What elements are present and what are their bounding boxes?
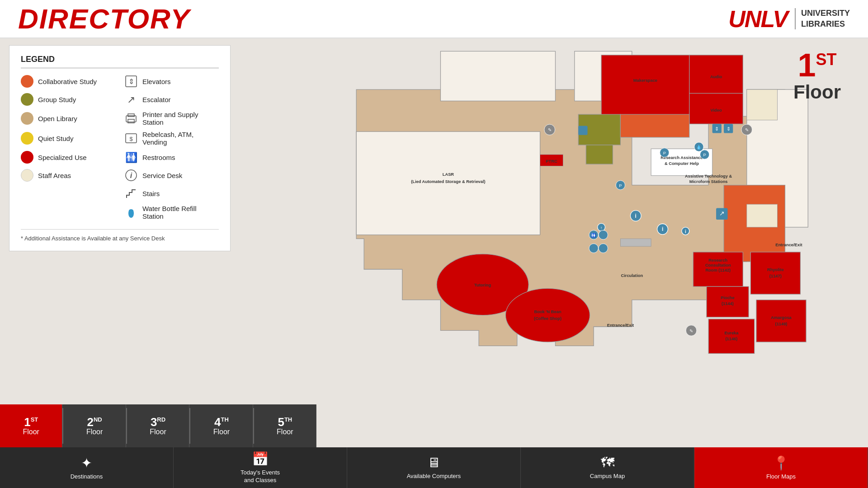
logo-area: UNLV UNIVERSITY LIBRARIES <box>728 5 850 33</box>
legend-item-restrooms: 🚻 Restrooms <box>124 150 219 164</box>
svg-text:Assistive Technology &: Assistive Technology & <box>685 174 732 178</box>
floor-maps-label: Floor Maps <box>766 473 796 481</box>
computers-icon: 🖥 <box>427 455 441 470</box>
floor-nav-4[interactable]: 4TH Floor <box>190 404 253 447</box>
svg-text:(Coffee Shop): (Coffee Shop) <box>534 316 561 321</box>
legend-item-escalator: ↗ Escalator <box>124 93 219 106</box>
escalator-icon: ↗ <box>124 93 138 106</box>
floor-2-word: Floor <box>86 428 103 436</box>
svg-text:(1146): (1146) <box>725 337 737 341</box>
floor-nav-1[interactable]: 1ST Floor <box>0 404 62 447</box>
printer-icon <box>124 112 138 125</box>
svg-text:(1144): (1144) <box>722 301 734 306</box>
svg-text:✎: ✎ <box>548 127 552 132</box>
legend-item-water: Water Bottle Refill Station <box>124 205 219 220</box>
svg-text:Entrance/Exit: Entrance/Exit <box>607 323 634 328</box>
legend-title: LEGEND <box>21 55 219 68</box>
elevators-icon: ⇕ <box>124 75 138 88</box>
nav-destinations[interactable]: ✦ Destinations <box>0 447 174 488</box>
events-label: Today's Eventsand Classes <box>241 469 280 484</box>
legend-item-rebelcash: $ Rebelcash, ATM, Vending <box>124 131 219 146</box>
svg-point-84 <box>589 244 598 253</box>
svg-text:Consultation: Consultation <box>705 263 731 267</box>
quiet-study-icon <box>21 132 33 145</box>
svg-text:Room (1142): Room (1142) <box>705 268 731 272</box>
svg-rect-25 <box>620 114 689 137</box>
university-libraries-text: UNIVERSITY LIBRARIES <box>795 8 850 29</box>
nav-campus-map[interactable]: 🗺 Campus Map <box>521 447 694 488</box>
svg-rect-4 <box>128 114 134 117</box>
svg-text:↑: ↑ <box>600 225 603 230</box>
svg-rect-17 <box>601 55 689 116</box>
floor-3-num: 3RD <box>151 416 165 428</box>
svg-text:i: i <box>635 213 637 219</box>
svg-text:Entrance/Exit: Entrance/Exit <box>775 243 802 247</box>
svg-text:P: P <box>703 153 706 157</box>
floor-3-word: Floor <box>150 428 166 436</box>
svg-text:↗: ↗ <box>127 94 135 105</box>
svg-point-40 <box>505 288 590 342</box>
svg-point-83 <box>599 230 608 239</box>
floor-4-word: Floor <box>213 428 230 436</box>
floor-nav-2[interactable]: 2ND Floor <box>63 404 126 447</box>
svg-rect-5 <box>128 119 134 123</box>
legend-item-collaborative: Collaborative Study <box>21 75 115 88</box>
legend-grid: Collaborative Study ⇕ Elevators Group St… <box>21 75 219 220</box>
legend-spacer2 <box>21 205 115 220</box>
svg-text:P: P <box>619 183 622 188</box>
open-library-label: Open Library <box>38 115 77 122</box>
floor-1-num: 1ST <box>24 416 38 428</box>
destinations-label: Destinations <box>71 473 103 481</box>
svg-rect-62 <box>747 204 778 227</box>
service-desk-icon: i <box>124 169 138 182</box>
nav-computers[interactable]: 🖥 Available Computers <box>347 447 521 488</box>
floor-maps-icon: 📍 <box>773 455 789 471</box>
svg-rect-24 <box>586 145 613 164</box>
stairs-label: Stairs <box>142 190 160 197</box>
service-desk-label: Service Desk <box>142 172 182 179</box>
legend-item-specialized: Specialized Use <box>21 150 115 164</box>
svg-text:⇕: ⇕ <box>128 78 134 85</box>
svg-text:Makerspace: Makerspace <box>633 78 657 83</box>
legend-item-open: Open Library <box>21 111 115 126</box>
legend-item-staff: Staff Areas <box>21 169 115 182</box>
restrooms-icon: 🚻 <box>124 150 138 164</box>
floor-nav-3[interactable]: 3RD Floor <box>127 404 189 447</box>
svg-text:(1149): (1149) <box>775 322 788 326</box>
legend-footer: * Additional Assistance is Available at … <box>21 229 219 242</box>
nav-events[interactable]: 📅 Today's Eventsand Classes <box>174 447 347 488</box>
svg-rect-14 <box>440 51 555 101</box>
bottom-nav: ✦ Destinations 📅 Today's Eventsand Class… <box>0 447 868 488</box>
svg-text:& Computer Help: & Computer Help <box>665 161 699 166</box>
svg-text:(1147): (1147) <box>769 274 782 278</box>
floor-sup: ST <box>816 50 837 69</box>
svg-text:✎: ✎ <box>745 127 749 132</box>
svg-rect-58 <box>756 300 806 342</box>
nav-floor-maps[interactable]: 📍 Floor Maps <box>694 447 868 488</box>
svg-text:Microform Stations: Microform Stations <box>689 179 728 184</box>
svg-rect-52 <box>750 252 800 294</box>
collaborative-study-label: Collaborative Study <box>38 78 97 85</box>
svg-text:i: i <box>662 226 663 232</box>
water-bottle-icon <box>124 206 138 219</box>
unlv-logo: UNLV <box>728 5 788 33</box>
floor-5-word: Floor <box>277 428 293 436</box>
floor-nav: 1ST Floor 2ND Floor 3RD Floor 4TH Floor … <box>0 404 316 447</box>
header: DIRECTORY UNLV UNIVERSITY LIBRARIES <box>0 0 868 38</box>
floor-nav-5[interactable]: 5TH Floor <box>254 404 316 447</box>
specialized-use-icon <box>21 151 33 164</box>
svg-text:i: i <box>130 172 132 179</box>
svg-text:Pioche: Pioche <box>721 296 734 300</box>
svg-text:Research: Research <box>708 258 727 263</box>
rebelcash-icon: $ <box>124 131 138 145</box>
svg-text:⇕: ⇕ <box>726 126 731 131</box>
svg-rect-61 <box>747 89 778 120</box>
legend-panel: LEGEND Collaborative Study ⇕ Elevators G… <box>9 45 231 251</box>
svg-text:💧: 💧 <box>696 145 702 150</box>
svg-text:Circulation: Circulation <box>621 273 643 278</box>
staff-areas-label: Staff Areas <box>38 172 71 179</box>
svg-text:🚻: 🚻 <box>591 233 596 238</box>
specialized-use-label: Specialized Use <box>38 154 87 161</box>
open-library-icon <box>21 112 33 125</box>
svg-point-85 <box>599 244 608 253</box>
